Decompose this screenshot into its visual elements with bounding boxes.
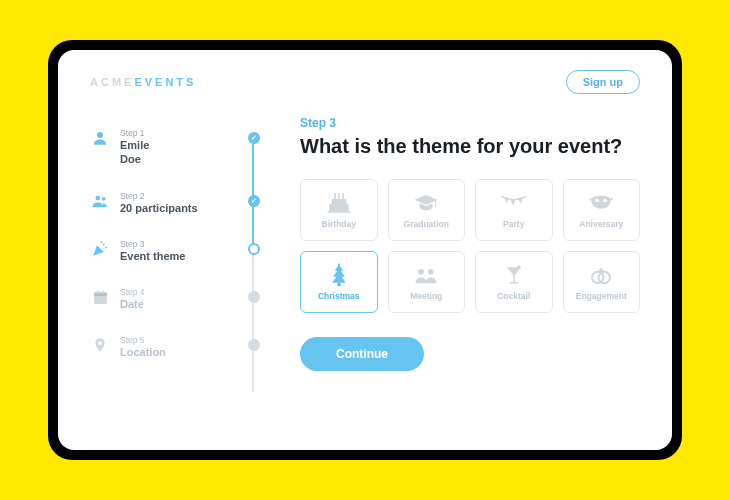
svg-point-21 bbox=[603, 199, 608, 202]
gradcap-icon bbox=[413, 191, 439, 215]
step-text: Step 1 EmileDoe bbox=[120, 128, 238, 167]
sidebar: Step 1 EmileDoe Step 2 20 participants bbox=[90, 116, 260, 371]
progress-line-done bbox=[252, 136, 254, 244]
svg-point-3 bbox=[103, 243, 105, 245]
bunting-icon bbox=[500, 191, 528, 215]
confetti-icon bbox=[90, 239, 110, 259]
svg-rect-26 bbox=[513, 275, 515, 282]
signup-button[interactable]: Sign up bbox=[566, 70, 640, 94]
theme-grid: Birthday Graduation Party bbox=[300, 179, 640, 313]
step-text: Step 3 Event theme bbox=[120, 239, 238, 263]
step-label: Step 1 bbox=[120, 128, 238, 138]
step-tag: Step 3 bbox=[300, 116, 640, 130]
theme-label: Aniversary bbox=[579, 219, 623, 229]
sidebar-step-1[interactable]: Step 1 EmileDoe bbox=[90, 128, 260, 167]
theme-card-birthday[interactable]: Birthday bbox=[300, 179, 378, 241]
logo-part-1: ACME bbox=[90, 76, 134, 88]
theme-card-party[interactable]: Party bbox=[475, 179, 553, 241]
user-icon bbox=[90, 128, 110, 148]
sidebar-step-5[interactable]: Step 5 Location bbox=[90, 335, 260, 359]
app-screen: ACMEEVENTS Sign up Step 1 EmileDoe bbox=[58, 50, 672, 450]
step-value: Location bbox=[120, 345, 238, 359]
device-frame: ACMEEVENTS Sign up Step 1 EmileDoe bbox=[48, 40, 682, 460]
theme-label: Cocktail bbox=[497, 291, 530, 301]
calendar-icon bbox=[90, 287, 110, 307]
svg-rect-13 bbox=[338, 195, 340, 199]
theme-card-meeting[interactable]: Meeting bbox=[388, 251, 466, 313]
svg-rect-12 bbox=[334, 195, 336, 199]
svg-point-2 bbox=[102, 196, 106, 200]
progress-dot-icon bbox=[248, 132, 260, 144]
svg-point-0 bbox=[97, 132, 103, 138]
step-text: Step 2 20 participants bbox=[120, 191, 238, 215]
step-text: Step 5 Location bbox=[120, 335, 238, 359]
svg-rect-14 bbox=[342, 195, 344, 199]
svg-point-24 bbox=[419, 269, 425, 275]
continue-button[interactable]: Continue bbox=[300, 337, 424, 371]
theme-label: Engagement bbox=[576, 291, 627, 301]
svg-rect-18 bbox=[327, 211, 350, 213]
svg-point-28 bbox=[517, 265, 521, 269]
step-value: 20 participants bbox=[120, 201, 238, 215]
theme-label: Christmas bbox=[318, 291, 360, 301]
theme-label: Graduation bbox=[404, 219, 449, 229]
svg-point-15 bbox=[334, 193, 336, 195]
logo: ACMEEVENTS bbox=[90, 76, 196, 88]
theme-card-graduation[interactable]: Graduation bbox=[388, 179, 466, 241]
svg-rect-8 bbox=[96, 290, 97, 294]
step-value: Event theme bbox=[120, 249, 238, 263]
step-value: EmileDoe bbox=[120, 138, 238, 167]
svg-point-1 bbox=[96, 195, 101, 200]
progress-dot-icon bbox=[248, 195, 260, 207]
step-text: Step 4 Date bbox=[120, 287, 238, 311]
svg-point-5 bbox=[101, 241, 103, 243]
step-label: Step 2 bbox=[120, 191, 238, 201]
mask-icon bbox=[588, 191, 614, 215]
main: Step 3 What is the theme for your event?… bbox=[300, 116, 640, 371]
theme-label: Meeting bbox=[410, 291, 442, 301]
svg-point-16 bbox=[338, 193, 340, 195]
pin-icon bbox=[90, 335, 110, 355]
group-icon bbox=[90, 191, 110, 211]
step-label: Step 4 bbox=[120, 287, 238, 297]
theme-card-cocktail[interactable]: Cocktail bbox=[475, 251, 553, 313]
theme-label: Birthday bbox=[322, 219, 356, 229]
tree-icon bbox=[328, 263, 350, 287]
step-value: Date bbox=[120, 297, 238, 311]
svg-point-23 bbox=[337, 263, 340, 266]
cake-icon bbox=[326, 191, 352, 215]
content: Step 1 EmileDoe Step 2 20 participants bbox=[90, 116, 640, 371]
svg-point-4 bbox=[105, 246, 107, 248]
svg-rect-7 bbox=[94, 292, 107, 296]
svg-point-20 bbox=[595, 199, 600, 202]
cocktail-icon bbox=[504, 263, 524, 287]
rings-icon bbox=[588, 263, 614, 287]
progress-dot-icon bbox=[248, 339, 260, 351]
svg-point-25 bbox=[428, 269, 434, 275]
question-title: What is the theme for your event? bbox=[300, 134, 640, 159]
sidebar-step-2[interactable]: Step 2 20 participants bbox=[90, 191, 260, 215]
svg-rect-11 bbox=[331, 199, 346, 206]
logo-part-2: EVENTS bbox=[134, 76, 196, 88]
theme-card-aniversary[interactable]: Aniversary bbox=[563, 179, 641, 241]
progress-dot-icon bbox=[248, 291, 260, 303]
svg-rect-9 bbox=[102, 290, 103, 294]
theme-card-engagement[interactable]: Engagement bbox=[563, 251, 641, 313]
topbar: ACMEEVENTS Sign up bbox=[90, 70, 640, 94]
step-label: Step 3 bbox=[120, 239, 238, 249]
sidebar-step-3[interactable]: Step 3 Event theme bbox=[90, 239, 260, 263]
theme-label: Party bbox=[503, 219, 524, 229]
step-label: Step 5 bbox=[120, 335, 238, 345]
meeting-icon bbox=[413, 263, 439, 287]
theme-card-christmas[interactable]: Christmas bbox=[300, 251, 378, 313]
svg-rect-22 bbox=[337, 283, 340, 286]
sidebar-step-4[interactable]: Step 4 Date bbox=[90, 287, 260, 311]
progress-dot-icon bbox=[248, 243, 260, 255]
svg-rect-19 bbox=[435, 200, 436, 207]
svg-point-17 bbox=[342, 193, 344, 195]
svg-rect-27 bbox=[510, 282, 518, 284]
